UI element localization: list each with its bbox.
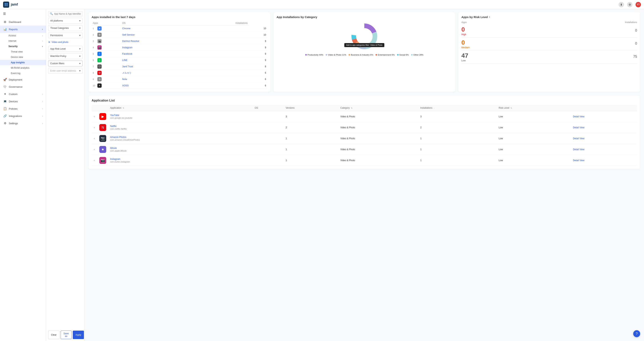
category-sort-icon[interactable]: ⇅ <box>351 107 352 109</box>
apps-installed-row: 4 📷 Instagram 9 <box>92 44 267 51</box>
expand-button[interactable]: + <box>94 148 95 151</box>
installations-sort-icon[interactable]: ↓ <box>434 107 434 109</box>
app-icon: 🛡 <box>98 64 102 69</box>
app-name-link[interactable]: Instagram <box>122 46 132 49</box>
row-installations-cell: 1 <box>418 133 496 144</box>
expand-button[interactable]: + <box>94 159 95 162</box>
detail-view-link[interactable]: Detail View <box>573 159 584 162</box>
row-app-name[interactable]: Instagram <box>110 158 251 160</box>
detail-view-link[interactable]: Detail View <box>573 137 584 140</box>
sidebar-item-custom[interactable]: ✦ Custom › <box>0 90 46 98</box>
app-search-box[interactable]: 🔍 <box>48 11 82 16</box>
detail-view-link[interactable]: Detail View <box>573 126 584 129</box>
expand-cell: + <box>92 155 98 166</box>
remove-filter-button[interactable]: ✕ <box>48 40 50 44</box>
sidebar-subitem-threat-view[interactable]: Threat view <box>0 49 46 54</box>
app-risk-level-dropdown[interactable]: App Risk Level ▾ <box>48 46 82 52</box>
expand-button[interactable]: + <box>94 115 95 118</box>
expand-button[interactable]: + <box>94 137 95 140</box>
sidebar-label-custom: Custom <box>9 93 40 96</box>
sidebar-label-device-view: Device view <box>11 56 23 58</box>
save-as-button[interactable]: Save as <box>61 331 72 339</box>
app-name-link[interactable]: Facebook <box>122 52 132 55</box>
app-os-cell <box>194 76 249 82</box>
clear-button[interactable]: Clear <box>48 331 60 339</box>
download-icon[interactable]: ⬇ <box>618 2 624 7</box>
col-os-header: OS <box>253 105 284 111</box>
row-app-name[interactable]: Netflix <box>110 125 251 127</box>
platform-chevron: ▾ <box>79 19 80 22</box>
sidebar-item-dashboard[interactable]: ⊞ Dashboard <box>0 18 46 25</box>
row-icon-cell: N <box>98 122 108 133</box>
sidebar-item-devices[interactable]: 💻 Devices › <box>0 98 46 105</box>
app-name-link[interactable]: Self Service <box>122 33 134 36</box>
sidebar-item-policies[interactable]: 📋 Policies › <box>0 105 46 112</box>
permissions-chevron: ▾ <box>79 34 80 37</box>
app-name-link[interactable]: DaVinci Resolve <box>122 40 139 42</box>
risk-medium-installs: 0 <box>635 41 637 45</box>
expand-button[interactable]: + <box>94 126 95 129</box>
app-name-link[interactable]: メルカリ <box>122 71 132 74</box>
app-name-link[interactable]: Nola <box>122 78 127 81</box>
application-sort-icon[interactable]: ⇅ <box>122 107 124 109</box>
legend-label: Video & Photo 11% <box>328 54 346 56</box>
legend-label: Productivity 44% <box>308 54 323 56</box>
devices-chevron: › <box>42 100 43 102</box>
row-category-cell: Video & Photo <box>338 133 418 144</box>
sidebar-item-integrations[interactable]: 🔗 Integrations › <box>0 112 46 120</box>
row-versions-cell: 1 <box>284 155 338 166</box>
row-os-cell <box>253 122 284 133</box>
internet-chevron: › <box>42 40 43 42</box>
apps-installed-row: 1 ● Chrome 10 <box>92 25 267 32</box>
risk-sort-icon[interactable]: ⇅ <box>510 107 512 109</box>
detail-view-link[interactable]: Detail View <box>573 148 584 151</box>
sidebar-subitem-event-log[interactable]: Event log <box>0 71 46 76</box>
row-app-name[interactable]: iMovie <box>110 147 251 149</box>
col-installations: Installations ↓ <box>418 105 496 111</box>
sidebar-label-miriam: MI:RIAM analytics <box>11 66 30 69</box>
platform-dropdown[interactable]: All platforms ▾ <box>48 18 82 24</box>
sidebar-item-governance[interactable]: 🛡 Governance <box>0 83 46 90</box>
threat-categories-dropdown[interactable]: Threat Categories ▾ <box>48 25 82 31</box>
hamburger-button[interactable]: ☰ <box>0 9 46 18</box>
help-button[interactable]: ? <box>633 330 640 337</box>
sidebar-subitem-miriam[interactable]: MI:RIAM analytics <box>0 65 46 71</box>
row-risk-cell: Low <box>497 155 571 166</box>
row-app-name[interactable]: Amazon Photos <box>110 136 251 138</box>
row-name-cell: YouTube com.google.ios.youtube <box>108 111 253 122</box>
user-email-dropdown[interactable]: Enter user email address ▾ <box>48 68 82 74</box>
legend-label: Business & Industry 6% <box>351 54 373 56</box>
sidebar-subitem-app-insights[interactable]: App insights <box>0 60 46 65</box>
app-os-cell <box>194 32 249 38</box>
risk-low-count: 47 <box>461 52 468 59</box>
watchlist-policy-dropdown[interactable]: Watchlist Policy ▾ <box>48 53 82 59</box>
row-app-name[interactable]: YouTube <box>110 114 251 117</box>
app-count-cell: 10 <box>249 32 267 38</box>
app-list-row: + 📷 Instagram com.burbn.instagram 1 Vide… <box>92 155 637 166</box>
user-avatar[interactable]: YT <box>636 2 641 7</box>
app-name-link[interactable]: Jamf Trust <box>122 65 133 68</box>
sidebar-subitem-device-view[interactable]: Device view <box>0 54 46 60</box>
legend-item: Other 28% <box>411 54 424 56</box>
app-icon: ⚙ <box>98 33 102 37</box>
app-list-row: + 📷 Amazon Photos com.amazon.CloudDriveP… <box>92 133 637 144</box>
app-name-link[interactable]: LINE <box>122 59 128 61</box>
info-icon[interactable]: ℹ <box>489 16 490 18</box>
apply-button[interactable]: Apply <box>73 331 84 339</box>
detail-view-link[interactable]: Detail View <box>573 115 584 118</box>
sidebar-subitem-access[interactable]: Access › <box>0 33 46 38</box>
app-name-link[interactable]: XOSS <box>122 84 128 87</box>
apps-installed-row: 10 ✕ XOSS 6 <box>92 82 267 89</box>
custom-filters-dropdown[interactable]: Custom filters ▾ <box>48 61 82 66</box>
search-input[interactable] <box>54 12 81 15</box>
permissions-dropdown[interactable]: Permissions ▾ <box>48 32 82 38</box>
sidebar-subitem-security[interactable]: Security ▾ <box>0 44 46 49</box>
sidebar-item-deployment[interactable]: 🚀 Deployment <box>0 76 46 83</box>
legend-dot <box>348 54 350 55</box>
app-name-link[interactable]: Chrome <box>122 27 130 30</box>
sidebar-item-settings[interactable]: ⚙ Settings › <box>0 120 46 127</box>
settings-icon[interactable]: ⚙ <box>627 2 632 7</box>
row-risk-cell: Low <box>497 144 571 155</box>
sidebar-subitem-internet[interactable]: Internet › <box>0 38 46 44</box>
sidebar-item-reports[interactable]: 📊 Reports ▾ <box>0 25 46 33</box>
